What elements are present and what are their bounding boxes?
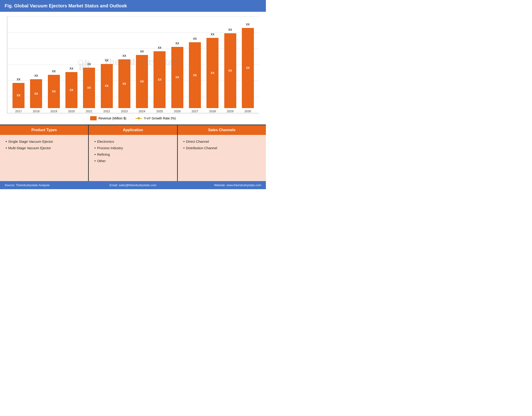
bar-group: XXXX2029 <box>221 16 239 113</box>
bar-label-mid: XX <box>193 74 197 77</box>
bar-label-mid: XX <box>176 76 179 79</box>
page-title: Fig. Global Vacuum Ejectors Market Statu… <box>5 3 127 8</box>
bar: XXXX <box>189 42 201 108</box>
bar-label-mid: XX <box>69 88 73 92</box>
list-item: Direct Channel <box>183 140 260 144</box>
bar-label-mid: XX <box>52 90 56 93</box>
footer-website: Website: www.theindustrystats.com <box>176 183 261 187</box>
bar-label-mid: XX <box>140 80 144 83</box>
bottom-col-2: Sales ChannelsDirect ChannelDistribution… <box>178 125 266 181</box>
bar-label-mid: XX <box>246 66 250 69</box>
bar-group: XXXX2019 <box>45 16 63 113</box>
bar: XXXX <box>65 72 78 108</box>
bar-label-mid: XX <box>158 78 161 81</box>
bar-label-top: XX <box>87 63 91 66</box>
x-axis-label: 2028 <box>209 110 216 113</box>
bar-group: XXXX2028 <box>204 16 221 113</box>
chart-container: XXXX2017XXXX2018XXXX2019XXXX2020XXXX2021… <box>7 16 259 113</box>
bar-group: XXXX2017 <box>10 16 27 113</box>
bar-label-mid: XX <box>34 92 38 95</box>
col-header-0: Product Types <box>0 125 88 135</box>
x-axis-label: 2021 <box>86 110 92 113</box>
col-header-2: Sales Channels <box>178 125 266 135</box>
bar-label-top: XX <box>158 46 161 49</box>
legend-growth: Y-oY Growth Rate (%) <box>136 116 176 120</box>
bar-label-top: XX <box>17 78 20 81</box>
bar-label-top: XX <box>246 23 250 26</box>
bar: XXXX <box>207 38 218 108</box>
x-axis-label: 2030 <box>244 110 251 113</box>
list-item: Refining <box>94 152 171 157</box>
bar-label-mid: XX <box>228 69 232 72</box>
list-item: Single Stage Vacuum Ejector <box>6 140 83 144</box>
chart-legend: Revenue (Million $) Y-oY Growth Rate (%) <box>7 113 259 122</box>
bar: XXXX <box>242 28 254 108</box>
bar-group: XXXX2020 <box>63 16 80 113</box>
legend-growth-label: Y-oY Growth Rate (%) <box>144 116 176 120</box>
col-header-1: Application <box>89 125 177 135</box>
bar-label-mid: XX <box>87 86 91 89</box>
bar-group: XXXX2025 <box>151 16 168 113</box>
bar-group: XXXX2027 <box>186 16 204 113</box>
list-item: Other <box>94 159 171 163</box>
bars-area: XXXX2017XXXX2018XXXX2019XXXX2020XXXX2021… <box>7 16 259 113</box>
bar-label-top: XX <box>69 67 73 70</box>
col-content-0: Single Stage Vacuum EjectorMulti-Stage V… <box>0 135 88 181</box>
bar-group: XXXX2022 <box>98 16 115 113</box>
x-axis-label: 2024 <box>139 110 145 113</box>
bar-group: XXXX2018 <box>27 16 45 113</box>
bar-group: XXXX2026 <box>168 16 186 113</box>
legend-growth-dot <box>138 117 140 119</box>
bar-group: XXXX2023 <box>116 16 133 113</box>
list-item: Multi-Stage Vacuum Ejector <box>6 146 83 150</box>
footer-email: Email: sales@theindustrystats.com <box>90 183 176 187</box>
bar: XXXX <box>118 59 130 108</box>
legend-growth-line <box>136 118 142 119</box>
bar-group: XXXX2030 <box>239 16 257 113</box>
col-content-2: Direct ChannelDistribution Channel <box>178 135 266 181</box>
bar-label-top: XX <box>193 37 197 40</box>
x-axis-label: 2025 <box>156 110 163 113</box>
list-item: Process Industry <box>94 146 171 150</box>
bottom-col-1: ApplicationElectronicsProcess IndustryRe… <box>89 125 177 181</box>
bar-label-top: XX <box>140 50 144 53</box>
x-axis-label: 2027 <box>191 110 198 113</box>
bar-label-top: XX <box>34 74 38 77</box>
bar: XXXX <box>83 68 95 108</box>
x-axis-label: 2017 <box>15 110 22 113</box>
bar-label-top: XX <box>228 28 232 31</box>
bar: XXXX <box>224 33 236 108</box>
bottom-col-0: Product TypesSingle Stage Vacuum Ejector… <box>0 125 89 181</box>
bar-label-top: XX <box>105 59 109 62</box>
x-axis-label: 2020 <box>68 110 75 113</box>
list-item: Electronics <box>94 140 171 144</box>
bottom-section: Product TypesSingle Stage Vacuum Ejector… <box>0 124 266 181</box>
x-axis-label: 2022 <box>103 110 110 113</box>
bar-label-mid: XX <box>105 84 109 87</box>
bar: XXXX <box>12 83 25 108</box>
bar-group: XXXX2021 <box>80 16 98 113</box>
bar-label-top: XX <box>52 70 56 73</box>
bar: XXXX <box>48 75 60 108</box>
bar-label-mid: XX <box>17 94 20 97</box>
footer-source: Source: Theindustrystats Analysis <box>5 183 90 187</box>
x-axis-label: 2019 <box>50 110 57 113</box>
bar-group: XXXX2024 <box>133 16 151 113</box>
bar: XXXX <box>154 51 166 108</box>
bar-label-top: XX <box>211 33 214 36</box>
bar-label-top: XX <box>123 54 126 57</box>
col-content-1: ElectronicsProcess IndustryRefiningOther <box>89 135 177 181</box>
bar: XXXX <box>171 47 183 108</box>
page-wrapper: Fig. Global Vacuum Ejectors Market Statu… <box>0 0 266 189</box>
chart-area: XXXX2017XXXX2018XXXX2019XXXX2020XXXX2021… <box>0 12 266 124</box>
legend-revenue-box <box>90 116 97 120</box>
list-item: Distribution Channel <box>183 146 260 150</box>
x-axis-label: 2026 <box>174 110 181 113</box>
x-axis-label: 2018 <box>33 110 39 113</box>
bar-label-mid: XX <box>123 82 126 85</box>
bar: XXXX <box>30 79 42 108</box>
bar: XXXX <box>136 55 148 108</box>
bar-label-mid: XX <box>211 71 214 75</box>
x-axis-label: 2023 <box>121 110 128 113</box>
bar-label-top: XX <box>176 42 179 45</box>
